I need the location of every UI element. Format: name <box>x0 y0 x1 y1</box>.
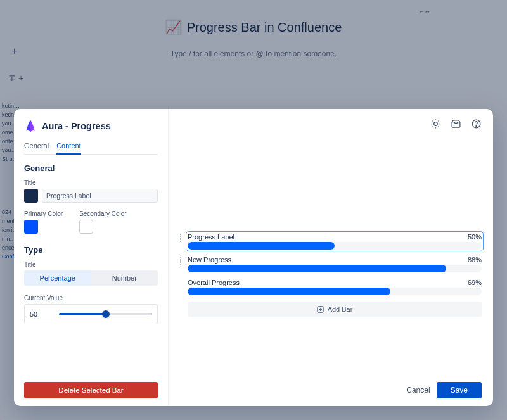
cancel-button[interactable]: Cancel <box>406 386 430 395</box>
progress-bar-row[interactable]: ⋮⋮⋮⋮Progress Label50% <box>177 233 482 250</box>
inbox-icon[interactable] <box>450 118 461 129</box>
type-title-label: Title <box>24 261 158 268</box>
modal-title: Aura - Progress <box>42 121 111 131</box>
type-number-button[interactable]: Number <box>91 270 158 286</box>
current-value-label: Current Value <box>24 295 158 302</box>
primary-color-label: Primary Color <box>24 210 63 217</box>
delete-selected-bar-button[interactable]: Delete Selected Bar <box>24 382 158 398</box>
plus-icon <box>317 306 324 313</box>
title-input[interactable] <box>42 189 158 203</box>
progress-bar-row[interactable]: ⋮⋮⋮⋮Overall Progress69% <box>177 279 482 295</box>
svg-point-0 <box>433 122 437 125</box>
aura-logo-icon <box>24 119 37 133</box>
section-general-heading: General <box>24 163 158 173</box>
tab-general[interactable]: General <box>24 139 49 154</box>
secondary-color-swatch[interactable] <box>79 220 93 234</box>
slider-thumb[interactable] <box>102 310 110 318</box>
svg-point-2 <box>475 125 476 126</box>
bar-label: New Progress <box>188 256 231 264</box>
add-bar-button[interactable]: Add Bar <box>188 302 482 317</box>
progress-bar-row[interactable]: ⋮⋮⋮⋮New Progress88% <box>177 256 482 272</box>
drag-handle-icon[interactable]: ⋮⋮⋮⋮ <box>177 233 185 242</box>
title-color-swatch[interactable] <box>24 189 38 203</box>
bar-label: Progress Label <box>188 233 234 241</box>
secondary-color-label: Secondary Color <box>79 210 126 217</box>
current-value-input[interactable] <box>30 310 53 318</box>
help-icon[interactable] <box>470 118 482 129</box>
type-percentage-button[interactable]: Percentage <box>24 270 91 286</box>
bar-percent: 88% <box>468 256 482 264</box>
settings-pane: Aura - Progress General Content General … <box>14 109 169 406</box>
current-value-slider[interactable] <box>59 313 152 315</box>
bar-track <box>188 242 482 250</box>
bar-label: Overall Progress <box>188 279 240 286</box>
primary-color-swatch[interactable] <box>24 220 38 234</box>
bar-track <box>188 265 482 272</box>
title-label: Title <box>24 179 158 186</box>
bar-track <box>188 288 482 295</box>
section-type-heading: Type <box>24 245 158 255</box>
tab-content[interactable]: Content <box>56 139 81 155</box>
aura-progress-modal: Aura - Progress General Content General … <box>14 109 493 406</box>
theme-icon[interactable] <box>430 118 441 129</box>
bar-percent: 50% <box>468 233 482 241</box>
save-button[interactable]: Save <box>437 382 482 398</box>
drag-handle-icon[interactable]: ⋮⋮⋮⋮ <box>177 256 185 265</box>
bar-percent: 69% <box>468 279 482 286</box>
